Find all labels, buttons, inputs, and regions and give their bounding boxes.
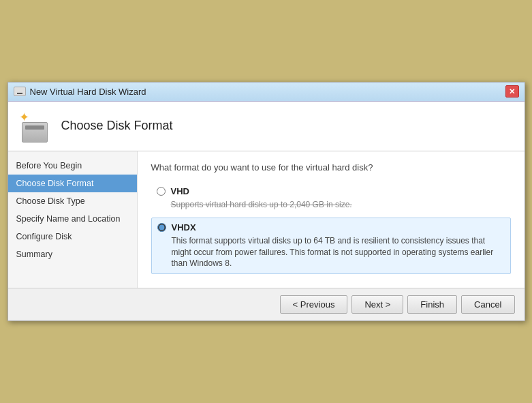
header-area: ✦ Choose Disk Format [8,102,525,151]
disk-image [22,122,48,143]
question-text: What format do you want to use for the v… [151,162,511,173]
minimize-button[interactable] [14,87,26,96]
vhdx-content: VHDX This format supports virtual disks … [172,222,505,269]
main-content: What format do you want to use for the v… [138,151,525,288]
title-bar-left: New Virtual Hard Disk Wizard [14,87,146,97]
header-icon: ✦ [19,110,52,143]
sidebar-item-before-you-begin[interactable]: Before You Begin [8,157,137,175]
sidebar-item-specify-name-location[interactable]: Specify Name and Location [8,210,137,228]
sidebar-item-configure-disk[interactable]: Configure Disk [8,228,137,245]
vhdx-radio[interactable] [157,223,166,232]
vhd-description: Supports virtual hard disks up to 2,040 … [171,199,352,211]
previous-button[interactable]: < Previous [280,295,348,314]
footer: < Previous Next > Finish Cancel [8,288,525,320]
vhd-label[interactable]: VHD [171,186,189,196]
cancel-button[interactable]: Cancel [461,295,514,314]
sidebar-item-choose-disk-type[interactable]: Choose Disk Type [8,192,137,210]
content-area: Before You Begin Choose Disk Format Choo… [8,151,525,288]
vhd-option-row: VHD Supports virtual hard disks up to 2,… [151,182,511,215]
window-title: New Virtual Hard Disk Wizard [30,87,146,97]
wizard-window: New Virtual Hard Disk Wizard ✕ ✦ Choose … [7,82,525,321]
sidebar-item-choose-disk-format[interactable]: Choose Disk Format [8,175,137,192]
vhd-radio[interactable] [157,187,166,196]
vhdx-description: This format supports virtual disks up to… [172,235,505,269]
title-bar: New Virtual Hard Disk Wizard ✕ [8,83,525,102]
header-title: Choose Disk Format [61,119,173,133]
sidebar: Before You Begin Choose Disk Format Choo… [8,151,138,288]
vhdx-option-row: VHDX This format supports virtual disks … [151,218,511,274]
sidebar-item-summary[interactable]: Summary [8,245,137,263]
finish-button[interactable]: Finish [407,295,457,314]
vhdx-label[interactable]: VHDX [172,222,196,233]
vhd-content: VHD Supports virtual hard disks up to 2,… [171,186,352,211]
next-button[interactable]: Next > [351,295,403,314]
close-button[interactable]: ✕ [505,85,519,98]
